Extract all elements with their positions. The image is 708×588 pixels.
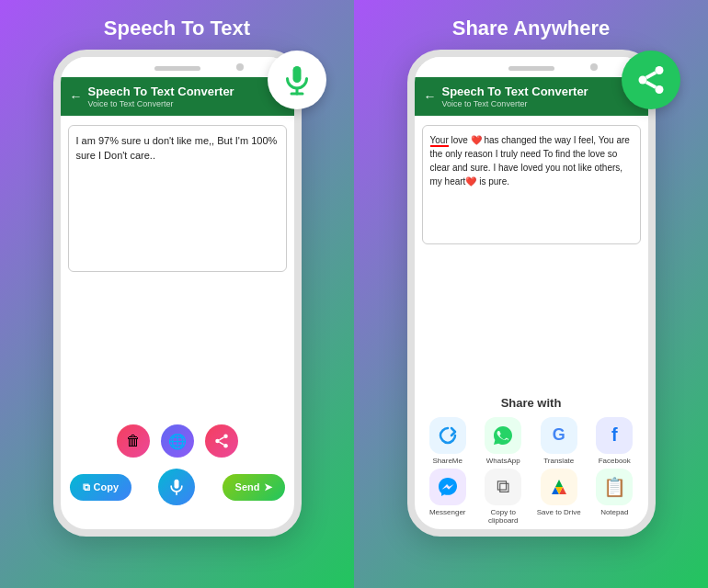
translate-icon-circle: G bbox=[541, 417, 577, 454]
delete-icon: 🗑 bbox=[126, 433, 141, 449]
app-subtitle: Voice to Text Converter bbox=[88, 99, 234, 108]
bottom-buttons: ⧉ Copy Send ➤ bbox=[61, 463, 294, 511]
clipboard-icon: ⧉ bbox=[485, 469, 521, 505]
mic-button-icon bbox=[167, 478, 186, 496]
app-title-group: Speech To Text Converter Voice to Text C… bbox=[88, 85, 234, 108]
shareme-label: ShareMe bbox=[433, 457, 462, 465]
left-phone: ← Speech To Text Converter Voice to Text… bbox=[53, 50, 302, 537]
svg-line-13 bbox=[646, 82, 656, 87]
share-small-button[interactable] bbox=[205, 424, 238, 458]
right-back-arrow-icon[interactable]: ← bbox=[424, 89, 437, 104]
send-label: Send bbox=[235, 481, 260, 492]
right-phone-top-bar bbox=[415, 57, 648, 77]
mic-button[interactable] bbox=[158, 469, 195, 505]
back-arrow-icon[interactable]: ← bbox=[70, 89, 83, 104]
right-app-title: Speech To Text Converter bbox=[442, 85, 588, 99]
send-arrow-icon: ➤ bbox=[264, 481, 272, 493]
whatsapp-label: WhatsApp bbox=[486, 457, 520, 465]
svg-point-10 bbox=[656, 66, 664, 74]
drive-label: Save to Drive bbox=[537, 508, 581, 517]
action-row: 🗑 🌐 bbox=[61, 419, 294, 463]
left-panel-title: Speech To Text bbox=[0, 0, 354, 50]
app-header-right: ← Speech To Text Converter Voice to Text… bbox=[415, 77, 648, 116]
text-display-right[interactable]: Your love ❤️ has changed the way I feel,… bbox=[422, 125, 641, 244]
copy-label: Copy bbox=[94, 481, 120, 492]
text-display-left[interactable]: I am 97% sure u don't like me,, But I'm … bbox=[68, 125, 287, 272]
mic-svg bbox=[280, 63, 314, 96]
svg-point-3 bbox=[223, 435, 228, 439]
notepad-icon: 📋 bbox=[596, 469, 633, 505]
clipboard-label: Copy toclipboard bbox=[488, 508, 518, 526]
svg-point-5 bbox=[223, 444, 228, 448]
notepad-label: Notepad bbox=[600, 508, 628, 516]
svg-point-4 bbox=[215, 439, 220, 444]
whatsapp-icon bbox=[485, 417, 521, 454]
share-item-messenger[interactable]: Messenger bbox=[422, 469, 474, 526]
delete-button[interactable]: 🗑 bbox=[117, 424, 150, 458]
right-phone: ← Speech To Text Converter Voice to Text… bbox=[407, 50, 656, 537]
svg-line-14 bbox=[646, 73, 656, 78]
svg-line-6 bbox=[219, 442, 223, 445]
translate-button[interactable]: 🌐 bbox=[161, 424, 194, 458]
send-button[interactable]: Send ➤ bbox=[223, 474, 285, 501]
speak-label: Speak in ENGLISH bbox=[61, 511, 294, 529]
svg-point-11 bbox=[639, 76, 647, 85]
translate-icon: 🌐 bbox=[168, 433, 187, 450]
share-item-facebook[interactable]: f Facebook bbox=[588, 417, 641, 465]
facebook-label: Facebook bbox=[599, 457, 631, 465]
copy-button[interactable]: ⧉ Copy bbox=[70, 474, 132, 501]
app-header-left: ← Speech To Text Converter Voice to Text… bbox=[61, 77, 294, 116]
share-item-drive[interactable]: Save to Drive bbox=[533, 469, 586, 526]
share-with-title: Share with bbox=[415, 389, 648, 413]
share-grid: ShareMe WhatsApp G Translate f Facebook bbox=[415, 413, 648, 529]
share-item-notepad[interactable]: 📋 Notepad bbox=[588, 469, 641, 526]
converted-text: I am 97% sure u don't like me,, But I'm … bbox=[76, 135, 278, 162]
app-header-left-group: ← Speech To Text Converter Voice to Text… bbox=[70, 85, 234, 108]
right-panel: Share Anywhere ← Speech To Text Converte… bbox=[354, 0, 708, 588]
phone-camera bbox=[236, 63, 244, 71]
right-panel-title: Share Anywhere bbox=[354, 0, 708, 50]
share-floating-svg bbox=[634, 63, 668, 96]
app-header-right-group: ← Speech To Text Converter Voice to Text… bbox=[424, 85, 588, 108]
text-area-container: I am 97% sure u don't like me,, But I'm … bbox=[61, 116, 294, 419]
phone-top-bar bbox=[61, 57, 294, 77]
share-item-translate[interactable]: G Translate bbox=[533, 417, 586, 465]
drive-icon bbox=[541, 469, 577, 505]
share-item-clipboard[interactable]: ⧉ Copy toclipboard bbox=[477, 469, 530, 526]
right-phone-camera bbox=[590, 63, 598, 71]
floating-mic-icon[interactable] bbox=[268, 51, 326, 109]
messenger-icon bbox=[429, 469, 466, 505]
svg-rect-0 bbox=[293, 66, 302, 83]
right-phone-speaker bbox=[508, 66, 554, 71]
right-app-subtitle: Voice to Text Converter bbox=[442, 99, 588, 108]
phone-speaker bbox=[154, 66, 200, 71]
share-item-whatsapp[interactable]: WhatsApp bbox=[477, 417, 530, 465]
facebook-icon: f bbox=[596, 417, 633, 454]
translate-label: Translate bbox=[543, 457, 574, 465]
right-text-area-container: Your love ❤️ has changed the way I feel,… bbox=[415, 116, 648, 389]
svg-rect-8 bbox=[175, 480, 179, 489]
right-converted-text: Your love ❤️ has changed the way I feel,… bbox=[430, 135, 630, 187]
share-icon bbox=[213, 433, 230, 449]
copy-icon: ⧉ bbox=[83, 481, 90, 493]
app-title: Speech To Text Converter bbox=[88, 85, 234, 99]
right-app-title-group: Speech To Text Converter Voice to Text C… bbox=[442, 85, 588, 108]
share-item-shareme[interactable]: ShareMe bbox=[422, 417, 474, 465]
shareme-icon bbox=[429, 417, 466, 454]
messenger-label: Messenger bbox=[429, 508, 466, 516]
svg-point-12 bbox=[656, 85, 664, 94]
floating-share-icon[interactable] bbox=[622, 51, 680, 109]
left-panel: Speech To Text ← Speech To Text Converte… bbox=[0, 0, 354, 588]
svg-line-7 bbox=[219, 437, 223, 440]
